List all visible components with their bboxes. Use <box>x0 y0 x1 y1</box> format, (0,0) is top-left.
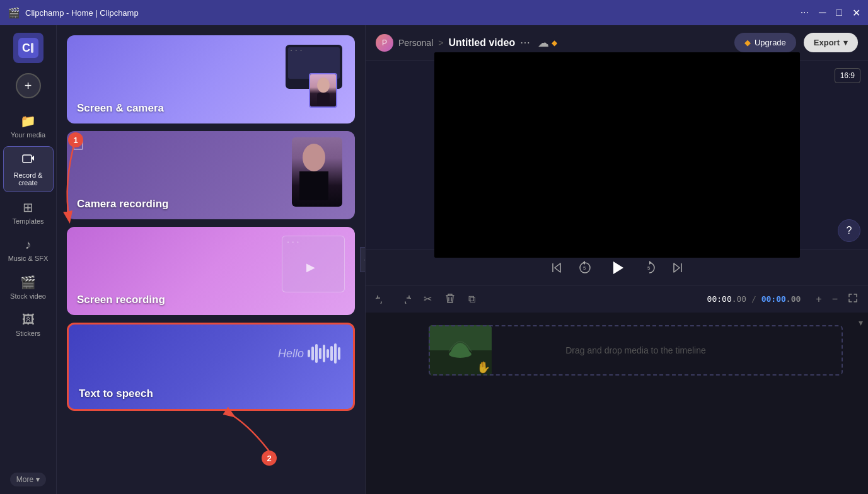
timeline-time-display: 00:00.00 / 00:00.00 <box>707 294 801 304</box>
svg-rect-2 <box>31 43 33 53</box>
sidebar-logo[interactable]: C <box>13 33 43 63</box>
premium-diamond-icon: ◆ <box>552 38 557 47</box>
screen-recording-label: Screen recording <box>77 294 165 306</box>
sidebar-item-music-sfx[interactable]: ♪ Music & SFX <box>3 233 54 267</box>
time-current-ms: .00 <box>732 294 746 304</box>
screen-recording-card[interactable]: ▶ Screen recording <box>67 227 355 315</box>
skip-to-end-button[interactable] <box>670 261 684 275</box>
svg-point-4 <box>317 78 330 93</box>
face-image <box>310 74 336 106</box>
cut-button[interactable]: ✂ <box>421 290 434 307</box>
title-bar-controls: ··· ─ □ ✕ <box>801 7 860 19</box>
more-label: More <box>16 475 33 484</box>
video-canvas <box>434 52 800 258</box>
expand-timeline-button[interactable] <box>845 290 860 307</box>
panel-collapse-button[interactable]: ◀ <box>360 247 366 272</box>
music-sfx-icon: ♪ <box>25 238 32 252</box>
camera-corner-indicator <box>73 140 83 150</box>
export-label: Export <box>814 38 840 47</box>
maximize-button[interactable]: □ <box>836 7 842 18</box>
screen-play-icon: ▶ <box>302 258 320 276</box>
svg-rect-7 <box>299 171 328 200</box>
aspect-ratio-badge[interactable]: 16:9 <box>835 68 860 83</box>
drop-zone-text: Drag and drop media to the timeline <box>565 345 706 355</box>
video-preview-area: 16:9 ? <box>366 60 868 250</box>
timeline-chevron-icon[interactable]: ▾ <box>859 318 863 328</box>
video-title-menu-button[interactable]: ⋯ <box>520 37 530 49</box>
sidebar-item-record-create-label: Record & create <box>6 171 50 187</box>
clipchamp-logo-icon: C <box>18 38 38 58</box>
help-button[interactable]: ? <box>838 219 860 242</box>
sidebar-item-record-create[interactable]: Record & create <box>3 146 54 192</box>
skip-to-start-button[interactable] <box>550 261 564 275</box>
sidebar-item-stickers[interactable]: 🖼 Stickers <box>3 307 54 342</box>
hello-text: Hello <box>278 347 304 360</box>
svg-point-6 <box>303 144 325 171</box>
sidebar-item-stock-video[interactable]: 🎬 Stock video <box>3 270 54 305</box>
upgrade-button[interactable]: ◆ Upgrade <box>734 33 796 52</box>
timeline-area[interactable]: ✋ Drag and drop media to the timeline ▾ <box>366 313 868 494</box>
close-button[interactable]: ✕ <box>852 7 860 19</box>
sidebar-item-your-media-label: Your media <box>11 131 45 139</box>
record-create-icon <box>21 152 35 169</box>
camera-face-image <box>292 137 342 207</box>
rewind-5s-button[interactable]: 5 <box>577 260 593 276</box>
time-total-ms: .00 <box>786 294 801 304</box>
svg-text:5: 5 <box>583 265 586 271</box>
undo-button[interactable] <box>373 290 390 309</box>
time-current-value: 00:00 <box>707 294 732 304</box>
audio-wave <box>308 343 340 364</box>
minimize-button[interactable]: ─ <box>819 7 826 18</box>
add-new-button[interactable]: + <box>16 73 41 98</box>
timeline-zoom-controls: + − <box>813 290 860 307</box>
cloud-icon: ☁ <box>538 36 549 50</box>
sidebar-item-templates[interactable]: ⊞ Templates <box>3 195 54 230</box>
timeline-drop-zone[interactable]: Drag and drop media to the timeline <box>429 325 843 376</box>
forward-5s-button[interactable]: 5 <box>641 260 657 276</box>
time-total-value: 00:00 <box>761 294 786 304</box>
title-bar-title: 🎬 Clipchamp - Home | Clipchamp <box>8 7 139 19</box>
sidebar-item-music-sfx-label: Music & SFX <box>8 255 49 262</box>
cloud-save-icon: ☁ ◆ <box>538 36 557 50</box>
play-pause-button[interactable] <box>606 256 628 279</box>
svg-text:C: C <box>22 42 30 54</box>
main-content: P Personal > Untitled video ⋯ ☁ ◆ ◆ Upgr… <box>366 25 868 494</box>
camera-recording-label: Camera recording <box>77 198 169 210</box>
title-bar: 🎬 Clipchamp - Home | Clipchamp ··· ─ □ ✕ <box>0 0 868 25</box>
stickers-icon: 🖼 <box>22 313 35 327</box>
export-chevron-icon: ▾ <box>843 38 848 47</box>
camera-recording-card[interactable]: Camera recording <box>67 131 355 219</box>
text-to-speech-label: Text to speech <box>79 388 153 400</box>
tts-visual: Hello <box>278 343 340 364</box>
breadcrumb: P Personal > Untitled video ⋯ <box>376 34 530 52</box>
delete-button[interactable] <box>442 290 458 309</box>
workspace-label: Personal <box>398 38 433 48</box>
screen-camera-label: Screen & camera <box>77 102 164 115</box>
sidebar-item-your-media[interactable]: 📁 Your media <box>3 108 54 144</box>
time-separator: / <box>751 294 756 304</box>
redo-button[interactable] <box>397 290 414 309</box>
duplicate-button[interactable]: ⧉ <box>466 291 478 307</box>
text-to-speech-card[interactable]: Hello Text to speech <box>67 323 355 411</box>
zoom-in-button[interactable]: + <box>813 290 824 307</box>
more-options-icon[interactable]: ··· <box>801 7 809 18</box>
export-button[interactable]: Export ▾ <box>804 33 858 52</box>
more-button[interactable]: More ▾ <box>10 473 46 486</box>
templates-icon: ⊞ <box>23 200 33 215</box>
zoom-out-button[interactable]: − <box>830 290 840 307</box>
stock-video-icon: 🎬 <box>20 275 36 290</box>
sidebar-item-stock-video-label: Stock video <box>10 292 46 300</box>
total-time: 00:00.00 <box>761 294 801 304</box>
breadcrumb-separator: > <box>438 38 443 48</box>
timeline-toolbar: ✂ ⧉ 00:00.00 / 00:00.00 + − <box>366 285 868 313</box>
video-title[interactable]: Untitled video <box>448 37 515 49</box>
more-chevron-icon: ▾ <box>36 475 40 484</box>
screen-camera-card[interactable]: Screen & camera <box>67 35 355 123</box>
collapse-icon: ◀ <box>364 255 366 264</box>
sidebar: C + 📁 Your media Record & create ⊞ Templ… <box>0 25 57 494</box>
camera-recording-preview <box>292 137 342 207</box>
svg-rect-5 <box>317 93 330 106</box>
upgrade-label: Upgrade <box>755 38 786 47</box>
sidebar-item-stickers-label: Stickers <box>16 330 40 337</box>
upgrade-diamond-icon: ◆ <box>744 38 751 47</box>
